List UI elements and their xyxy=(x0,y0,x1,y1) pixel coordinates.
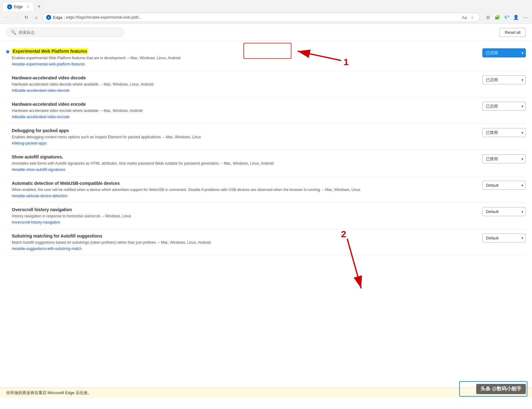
flag-item: Debugging for packed apps Enables debugg… xyxy=(6,124,526,150)
flag-dot xyxy=(6,130,9,133)
flag-control: Default已启用已禁用 xyxy=(482,102,526,111)
flag-control: Default已启用已禁用 xyxy=(482,128,526,137)
flag-title-text: Hardware-accelerated video decode xyxy=(12,75,86,80)
flag-select-wrapper: DefaultEnabledDisabled xyxy=(482,207,526,216)
flag-title-text: Show autofill signatures. xyxy=(12,154,63,159)
flag-status-select[interactable]: Default已启用已禁用 xyxy=(482,48,526,57)
flag-description: Hardware-accelerated video decode where … xyxy=(12,82,476,87)
footer-text: 你所做的更改将在重启 Microsoft Edge 后生效。 xyxy=(6,390,92,396)
flag-control: DefaultEnabledDisabled xyxy=(482,207,526,216)
refresh-button[interactable]: ↻ xyxy=(22,13,30,21)
flag-info: Show autofill signatures. Annotates web … xyxy=(6,154,476,172)
flag-status-select[interactable]: Default已启用已禁用 xyxy=(482,75,526,84)
flag-info: Automatic detection of WebUSB-compatible… xyxy=(6,181,476,198)
favorites-icon[interactable]: ☆ xyxy=(469,14,476,21)
flag-dot xyxy=(6,156,9,159)
flag-link[interactable]: #enable-experimental-web-platform-featur… xyxy=(12,62,476,66)
flag-item: Hardware-accelerated video encode Hardwa… xyxy=(6,97,526,124)
flag-link[interactable]: #disable-accelerated-video-decode xyxy=(12,88,476,93)
flag-info: Experimental Web Platform features Enabl… xyxy=(6,48,476,66)
flag-info: Hardware-accelerated video decode Hardwa… xyxy=(6,75,476,93)
flag-title-text: Experimental Web Platform features xyxy=(12,48,88,54)
active-tab[interactable]: e Edge × xyxy=(2,2,34,11)
flag-select-wrapper: Default已启用已禁用 xyxy=(482,48,526,57)
flag-control: DefaultEnabledDisabled xyxy=(482,233,526,242)
new-tab-button[interactable]: + xyxy=(35,2,43,11)
flag-select-wrapper: DefaultEnabledDisabled xyxy=(482,233,526,242)
flag-title-row: Hardware-accelerated video encode xyxy=(6,102,476,107)
extensions-icon[interactable]: 🧩 xyxy=(493,13,502,22)
search-input[interactable] xyxy=(19,30,119,35)
browser-wallet-icon[interactable]: 💎 xyxy=(502,13,511,22)
collections-icon[interactable]: ⊙ xyxy=(484,13,492,22)
flag-select-wrapper: Default已启用已禁用 xyxy=(482,128,526,137)
watermark: 头条 @数码小能手 xyxy=(476,384,526,394)
flag-dot-active xyxy=(6,50,9,53)
flag-title-row: Automatic detection of WebUSB-compatible… xyxy=(6,181,476,186)
flag-title-text: Substring matching for Autofill suggesti… xyxy=(12,233,102,238)
flag-item: Hardware-accelerated video decode Hardwa… xyxy=(6,71,526,97)
address-separator: | xyxy=(64,15,64,20)
flag-info: Overscroll history navigation History na… xyxy=(6,207,476,225)
flag-select-wrapper: Default已启用已禁用 xyxy=(482,102,526,111)
flag-status-select[interactable]: Default已启用已禁用 xyxy=(482,128,526,137)
flag-title-row: Substring matching for Autofill suggesti… xyxy=(6,233,476,238)
toolbar-right: ⊙ 🧩 💎 👤 ⋯ xyxy=(484,13,530,22)
home-button[interactable]: ⌂ xyxy=(32,13,40,21)
reset-all-button[interactable]: Reset all xyxy=(499,28,526,37)
flag-dot xyxy=(6,77,9,80)
flag-title-row: Experimental Web Platform features xyxy=(6,48,476,54)
flag-title-row: Debugging for packed apps xyxy=(6,128,476,133)
flag-info: Debugging for packed apps Enables debugg… xyxy=(6,128,476,145)
flag-status-select[interactable]: Default已启用已禁用 xyxy=(482,154,526,163)
flag-select-wrapper: DefaultEnabledDisabled xyxy=(482,181,526,190)
flag-title-text: Debugging for packed apps xyxy=(12,128,69,133)
flag-control: Default已启用已禁用 xyxy=(482,75,526,84)
flag-control: Default已启用已禁用 xyxy=(482,154,526,163)
flag-select-wrapper: Default已启用已禁用 xyxy=(482,154,526,163)
flag-description: Match Autofill suggestions based on subs… xyxy=(12,240,476,245)
tab-bar: e Edge × + xyxy=(0,0,532,11)
back-button[interactable]: ← xyxy=(2,13,11,21)
search-area: 🔍 Reset all xyxy=(0,24,532,41)
flag-description: Annotates web forms with Autofill signat… xyxy=(12,161,476,166)
flag-status-select[interactable]: DefaultEnabledDisabled xyxy=(482,233,526,242)
address-favicon: e xyxy=(46,15,51,20)
flag-info: Substring matching for Autofill suggesti… xyxy=(6,233,476,251)
flag-dot xyxy=(6,235,9,238)
address-text: Edge | edge://flags/#enable-experimental… xyxy=(53,15,141,20)
flag-info: Hardware-accelerated video encode Hardwa… xyxy=(6,102,476,119)
flag-link[interactable]: #enable-webusb-device-detection xyxy=(12,194,476,198)
address-url: edge://flags/#enable-experimental-web-pl… xyxy=(66,15,141,20)
tab-close-icon[interactable]: × xyxy=(26,4,29,10)
flag-title-text: Hardware-accelerated video encode xyxy=(12,102,86,107)
read-aloud-icon[interactable]: Aa xyxy=(461,14,468,21)
user-profile-icon[interactable]: 👤 xyxy=(512,13,520,22)
flag-link[interactable]: #disable-accelerated-video-encode xyxy=(12,115,476,119)
flag-link[interactable]: #enable-show-autofill-signatures xyxy=(12,167,476,172)
flag-link[interactable]: #debug-packed-apps xyxy=(12,141,476,145)
flag-description: Hardware-accelerated video encode where … xyxy=(12,108,476,113)
flags-list: Experimental Web Platform features Enabl… xyxy=(0,41,532,387)
flag-description: When enabled, the user will be notified … xyxy=(12,187,476,193)
flag-dot xyxy=(6,209,9,212)
settings-more-icon[interactable]: ⋯ xyxy=(521,13,530,22)
flag-title-row: Hardware-accelerated video decode xyxy=(6,75,476,80)
flag-item: Substring matching for Autofill suggesti… xyxy=(6,229,526,256)
forward-button[interactable]: → xyxy=(12,13,20,21)
flag-dot xyxy=(6,103,9,106)
flag-status-select[interactable]: DefaultEnabledDisabled xyxy=(482,207,526,216)
tab-favicon: e xyxy=(7,4,12,9)
flag-status-select[interactable]: DefaultEnabledDisabled xyxy=(482,181,526,190)
flag-title-text: Automatic detection of WebUSB-compatible… xyxy=(12,181,120,186)
address-site-name: Edge xyxy=(53,15,62,20)
address-bar[interactable]: e Edge | edge://flags/#enable-experiment… xyxy=(42,13,480,22)
flag-link[interactable]: #overscroll-history-navigation xyxy=(12,220,476,225)
flag-link[interactable]: #enable-suggestions-with-substring-match xyxy=(12,247,476,251)
flag-control: Default已启用已禁用 xyxy=(482,48,526,57)
flag-status-select[interactable]: Default已启用已禁用 xyxy=(482,102,526,111)
tab-title: Edge xyxy=(14,5,23,9)
flag-description: Enables experimental Web Platform featur… xyxy=(12,55,476,61)
search-box: 🔍 xyxy=(6,28,124,37)
flag-control: DefaultEnabledDisabled xyxy=(482,181,526,190)
